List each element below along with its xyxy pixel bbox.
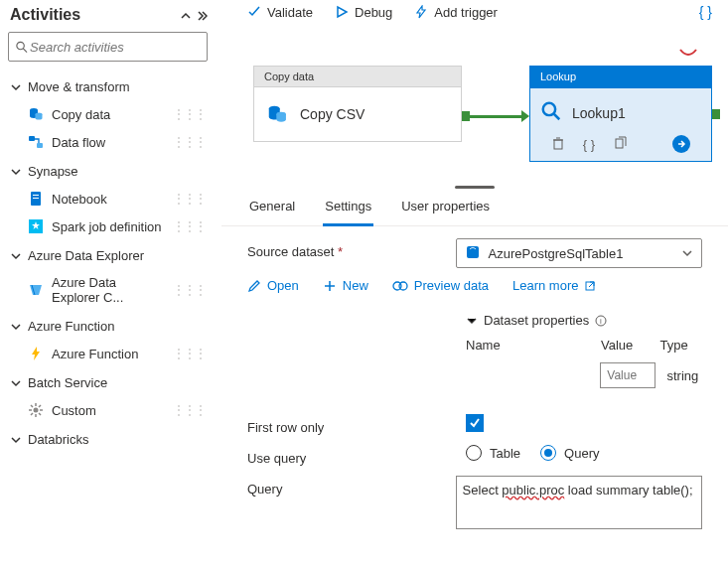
svg-point-10 — [34, 408, 39, 413]
run-icon[interactable] — [672, 135, 690, 153]
chevron-down-icon — [10, 81, 22, 93]
dataset-prop-columns: Name Value Type — [466, 338, 702, 353]
collapse-caret-icon[interactable] — [678, 48, 698, 60]
svg-rect-15 — [554, 140, 562, 149]
drag-handle-icon: ⋮⋮⋮ — [173, 135, 206, 149]
pencil-icon — [247, 279, 261, 293]
use-query-label: Use query — [247, 445, 466, 466]
svg-line-1 — [23, 49, 27, 53]
tab-user-properties[interactable]: User properties — [399, 191, 492, 225]
activity-copy-data[interactable]: Copy data ⋮⋮⋮ — [0, 100, 216, 128]
svg-text:i: i — [600, 317, 602, 326]
drag-handle-icon: ⋮⋮⋮ — [173, 283, 206, 297]
search-icon — [15, 40, 28, 54]
category-move-transform[interactable]: Move & transform — [0, 71, 216, 100]
play-icon — [335, 5, 349, 19]
svg-rect-8 — [33, 198, 39, 199]
data-flow-icon — [28, 134, 44, 150]
svg-rect-5 — [37, 143, 43, 148]
chevron-down-icon — [10, 166, 22, 178]
activity-adx-command[interactable]: Azure Data Explorer C... ⋮⋮⋮ — [0, 269, 216, 311]
category-databricks[interactable]: Databricks — [0, 424, 216, 453]
chevron-down-icon — [10, 434, 22, 446]
chevron-down-icon — [10, 321, 22, 333]
preview-icon — [392, 281, 408, 291]
pipeline-toolbar: Validate Debug Add trigger { } — [221, 0, 728, 24]
activity-azure-function[interactable]: Azure Function ⋮⋮⋮ — [0, 340, 216, 367]
use-query-radio-table[interactable]: Table — [466, 445, 520, 461]
add-trigger-button[interactable]: Add trigger — [414, 5, 498, 20]
view-json-button[interactable]: { } — [699, 4, 712, 20]
node-label: Copy CSV — [300, 106, 364, 122]
category-azure-function[interactable]: Azure Function — [0, 311, 216, 340]
connector-arrow — [462, 111, 529, 121]
debug-button[interactable]: Debug — [335, 5, 392, 20]
drag-handle-icon: ⋮⋮⋮ — [173, 403, 206, 417]
output-handle[interactable] — [712, 109, 720, 119]
check-icon — [247, 5, 261, 19]
copy-data-icon — [266, 103, 288, 125]
settings-form: Source dataset * AzurePostgreSqlTable1 O… — [221, 226, 728, 539]
dataset-properties-header[interactable]: Dataset properties i — [466, 313, 702, 328]
first-row-only-label: First row only — [247, 414, 466, 435]
category-adx[interactable]: Azure Data Explorer — [0, 240, 216, 269]
dataset-prop-value-input[interactable] — [600, 362, 655, 388]
notebook-icon — [28, 191, 44, 207]
tab-general[interactable]: General — [247, 191, 297, 225]
activity-notebook[interactable]: Notebook ⋮⋮⋮ — [0, 185, 216, 213]
first-row-only-checkbox[interactable] — [466, 414, 484, 432]
panel-resize-handle[interactable] — [221, 183, 728, 191]
copy-data-icon — [28, 106, 44, 122]
clone-icon[interactable] — [613, 136, 627, 153]
query-label: Query — [247, 476, 456, 497]
code-icon[interactable]: { } — [583, 137, 595, 152]
settings-tabs: General Settings User properties — [221, 191, 728, 226]
delete-icon[interactable] — [551, 136, 565, 153]
category-synapse[interactable]: Synapse — [0, 156, 216, 185]
activity-data-flow[interactable]: Data flow ⋮⋮⋮ — [0, 128, 216, 156]
dataset-actions: Open New Preview data Learn more — [247, 278, 702, 293]
source-dataset-select[interactable]: AzurePostgreSqlTable1 — [456, 238, 702, 268]
drag-handle-icon: ⋮⋮⋮ — [173, 347, 206, 360]
drag-handle-icon: ⋮⋮⋮ — [173, 107, 206, 121]
activity-spark-job[interactable]: Spark job definition ⋮⋮⋮ — [0, 213, 216, 240]
use-query-radio-group: Table Query — [466, 445, 599, 461]
node-header: Copy data — [253, 66, 462, 86]
postgres-icon — [465, 244, 481, 263]
node-label: Lookup1 — [572, 105, 626, 121]
learn-more-link[interactable]: Learn more — [512, 278, 596, 293]
open-dataset-link[interactable]: Open — [247, 278, 299, 293]
external-link-icon — [584, 280, 596, 292]
preview-data-link[interactable]: Preview data — [392, 278, 489, 293]
node-header: Lookup — [529, 66, 712, 87]
sidebar-title: Activities — [10, 6, 80, 24]
custom-icon — [28, 402, 44, 418]
chevron-down-icon — [681, 247, 693, 259]
svg-line-14 — [554, 114, 560, 120]
plus-icon — [323, 279, 337, 293]
dataset-prop-row: string — [466, 362, 702, 388]
node-copy-data[interactable]: Copy data Copy CSV — [253, 66, 462, 142]
svg-rect-4 — [29, 136, 35, 141]
category-batch[interactable]: Batch Service — [0, 367, 216, 396]
new-dataset-link[interactable]: New — [323, 278, 368, 293]
collapse-up-icon[interactable] — [180, 6, 208, 23]
query-textarea[interactable]: Select public.proc load summary table(); — [456, 476, 702, 529]
svg-rect-7 — [33, 195, 39, 196]
chevron-down-icon — [10, 250, 22, 262]
chevron-down-icon — [10, 377, 22, 389]
dataset-properties: Dataset properties i Name Value Type str… — [466, 313, 702, 388]
pipeline-canvas[interactable]: Copy data Copy CSV Lookup Lookup1 — [221, 24, 728, 183]
search-activities-input[interactable] — [8, 32, 208, 62]
activity-custom[interactable]: Custom ⋮⋮⋮ — [0, 396, 216, 424]
spark-icon — [28, 218, 44, 234]
tab-settings[interactable]: Settings — [323, 191, 373, 226]
chevron-down-icon — [466, 315, 478, 327]
node-lookup[interactable]: Lookup Lookup1 { } — [529, 66, 712, 162]
adx-icon — [28, 282, 44, 298]
validate-button[interactable]: Validate — [247, 5, 313, 20]
svg-point-19 — [399, 282, 407, 290]
use-query-radio-query[interactable]: Query — [540, 445, 599, 461]
svg-rect-16 — [616, 139, 623, 148]
svg-point-0 — [17, 42, 24, 49]
